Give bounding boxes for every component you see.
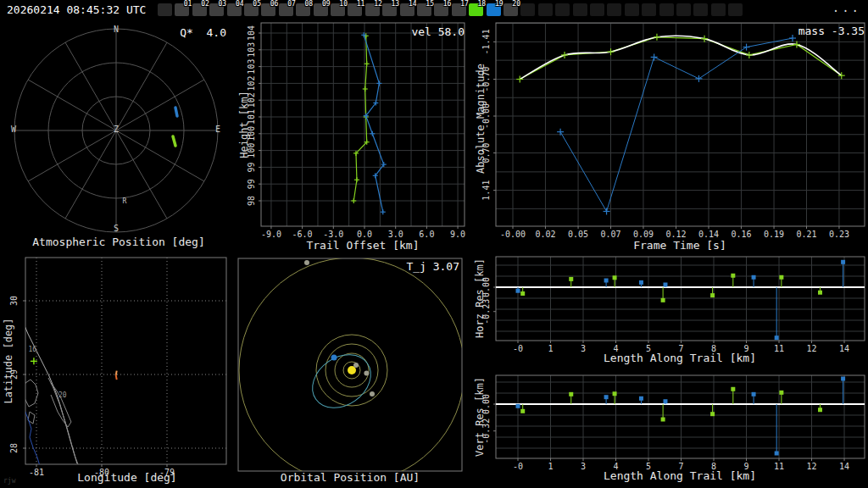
vert-res-plot: -013457891112140.00-0.32 <box>481 375 865 471</box>
frame-box-n28[interactable] <box>642 3 656 16</box>
frame-box-n27[interactable] <box>625 3 639 16</box>
svg-text:0.0: 0.0 <box>357 230 372 239</box>
frame-box-n30[interactable] <box>676 3 691 16</box>
residual-point <box>710 412 715 416</box>
top-bar: 20260214 08:45:32 UTC 010203040506070809… <box>0 0 868 19</box>
frame-box-15[interactable]: 15 <box>417 3 431 16</box>
tisserand-annotation: T_j 3.07 <box>375 260 459 273</box>
residual-point <box>752 275 756 280</box>
svg-text:3.0: 3.0 <box>388 230 403 239</box>
magnitude-plot: -0.000.020.050.070.090.120.140.160.190.2… <box>481 23 865 239</box>
frame-box-label: 07 <box>287 0 296 8</box>
frame-box-13[interactable]: 13 <box>382 3 397 16</box>
frame-box-n29[interactable] <box>659 3 674 16</box>
trail-offset-plot: -9.0-6.0-3.00.03.06.09.01041031031021021… <box>247 23 465 239</box>
residual-point <box>661 418 665 422</box>
frame-box-14[interactable]: 14 <box>400 3 415 16</box>
frame-box-label: 08 <box>305 0 314 8</box>
orbital-plot <box>238 258 465 483</box>
frame-box-18[interactable]: 18 <box>469 3 483 16</box>
frame-box-17[interactable]: 17 <box>452 3 466 16</box>
frame-box-n22[interactable] <box>538 3 553 16</box>
frame-box-n32[interactable] <box>711 3 726 16</box>
residual-point <box>818 291 822 295</box>
map-features: 1620 <box>24 324 117 469</box>
frame-box-n26[interactable] <box>607 3 621 16</box>
planet-dot <box>370 391 375 396</box>
frame-box-08[interactable]: 08 <box>296 3 310 16</box>
longitude-axis-label: Longitude [deg] <box>25 471 229 484</box>
frame-box-label: 20 <box>512 0 520 8</box>
frame-box-label: 09 <box>322 0 331 8</box>
frame-box-03[interactable]: 03 <box>209 3 224 16</box>
radiant-marker: R <box>118 197 131 205</box>
latitude-axis-label: Latitude [deg] <box>3 310 14 412</box>
residual-point <box>710 293 715 297</box>
residual-point <box>752 392 756 396</box>
frame-box-05[interactable]: 05 <box>244 3 259 16</box>
height-axis-label: Height [km] <box>238 74 250 175</box>
residual-point <box>661 298 665 302</box>
frame-box-label: 01 <box>184 0 192 8</box>
vert-res-axis-label: Vert Res [km] <box>474 370 486 463</box>
frame-box-label: 16 <box>443 0 452 8</box>
svg-text:14: 14 <box>839 344 849 353</box>
frame-box-n24[interactable] <box>573 3 587 16</box>
frame-box-label: 10 <box>339 0 348 8</box>
svg-text:20: 20 <box>58 391 67 399</box>
frame-box-11[interactable]: 11 <box>348 3 362 16</box>
compass-west: W <box>5 125 22 134</box>
frame-box-n23[interactable] <box>555 3 570 16</box>
q-annotation: Q* 4.0 <box>153 26 226 39</box>
residual-point <box>516 404 520 408</box>
frame-box-16[interactable]: 16 <box>434 3 448 16</box>
residual-point <box>841 260 845 264</box>
meteor-trail-green <box>173 136 175 146</box>
svg-text:-0.00: -0.00 <box>500 230 526 239</box>
frame-box-n25[interactable] <box>590 3 604 16</box>
svg-text:0.02: 0.02 <box>535 230 555 239</box>
residual-point <box>775 452 779 456</box>
svg-text:1: 1 <box>548 344 553 353</box>
meteor-trail-blue <box>175 108 177 116</box>
frame-box-02[interactable]: 02 <box>192 3 207 16</box>
frame-box-12[interactable]: 12 <box>365 3 380 16</box>
svg-text:99: 99 <box>247 179 256 189</box>
compass-zenith: Z <box>108 125 125 134</box>
magnitude-axis-label: Absolute Magnitude <box>475 51 487 186</box>
frame-box-01[interactable]: 01 <box>175 3 189 16</box>
map-plot: -81-80-792829301620 <box>9 258 226 477</box>
frame-box-09[interactable]: 09 <box>314 3 328 16</box>
svg-text:-3.0: -3.0 <box>323 230 343 239</box>
watermark: rjw <box>3 477 15 485</box>
frame-box-06[interactable]: 06 <box>261 3 275 16</box>
svg-text:12: 12 <box>806 462 816 471</box>
length-along-trail-axis-label-bottom: Length Along Trail [km] <box>578 469 782 482</box>
horz-res-plot: -013457891112140.00-0.23 <box>481 257 865 353</box>
planet-dot <box>364 371 369 376</box>
frame-box-20[interactable]: 20 <box>504 3 518 16</box>
svg-text:6.0: 6.0 <box>419 230 434 239</box>
frame-box-04[interactable]: 04 <box>227 3 242 16</box>
menu-button[interactable]: ... <box>832 1 861 14</box>
residual-point <box>779 391 783 395</box>
mass-annotation: mass -3.35 <box>763 25 865 37</box>
compass-east: E <box>209 125 226 134</box>
frame-box-10[interactable]: 10 <box>331 3 345 16</box>
atmospheric-title: Atmospheric Position [deg] <box>0 236 237 248</box>
frame-box-label: 03 <box>219 0 227 8</box>
frame-box-n33[interactable] <box>728 3 743 16</box>
residual-point <box>731 387 735 391</box>
frame-box-label: 14 <box>409 0 417 8</box>
frame-box-n21[interactable] <box>520 3 535 16</box>
residual-point <box>775 336 779 340</box>
frame-box-n31[interactable] <box>693 3 708 16</box>
svg-text:0.19: 0.19 <box>764 230 784 239</box>
frame-box-label: 05 <box>253 0 261 8</box>
frame-box-19[interactable]: 19 <box>487 3 501 16</box>
residual-point <box>731 274 735 278</box>
frame-box-label: 18 <box>478 0 487 8</box>
svg-text:104: 104 <box>247 25 256 41</box>
frame-box-n0[interactable] <box>158 3 172 16</box>
frame-box-07[interactable]: 07 <box>279 3 293 16</box>
